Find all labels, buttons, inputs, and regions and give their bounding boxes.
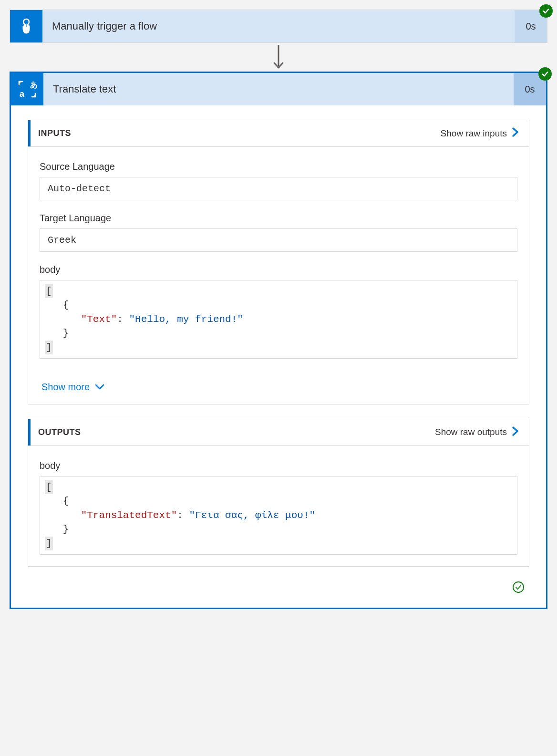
manual-trigger-icon: [10, 10, 42, 42]
translate-card[interactable]: あ a Translate text 0s INPUTS Show raw in…: [10, 72, 547, 609]
success-badge: [538, 67, 552, 81]
show-raw-inputs-label: Show raw inputs: [441, 128, 507, 139]
trigger-card[interactable]: Manually trigger a flow 0s: [10, 10, 547, 43]
input-body-label: body: [40, 264, 517, 275]
output-body-code[interactable]: [ { "TranslatedText": "Γεια σας, φίλε μο…: [40, 476, 517, 555]
input-body-code[interactable]: [ { "Text": "Hello, my friend!" } ]: [40, 280, 517, 359]
source-language-value[interactable]: Auto-detect: [40, 177, 517, 200]
chevron-right-icon: [512, 127, 519, 140]
translate-body: INPUTS Show raw inputs Source Language A…: [11, 105, 546, 608]
source-language-label: Source Language: [40, 161, 517, 172]
json-value: "Γεια σας, φίλε μου!": [189, 510, 315, 521]
json-value: "Hello, my friend!": [129, 314, 243, 325]
input-body-field: body [ { "Text": "Hello, my friend!" } ]: [40, 264, 517, 359]
translate-header[interactable]: あ a Translate text 0s: [11, 73, 546, 105]
source-language-field: Source Language Auto-detect: [40, 161, 517, 200]
success-badge: [539, 4, 553, 18]
chevron-down-icon: [94, 382, 105, 393]
footer-status: [28, 581, 529, 598]
arrow-down-icon: [272, 44, 285, 71]
inputs-header: INPUTS Show raw inputs: [28, 120, 529, 146]
json-key: "Text": [81, 314, 117, 325]
outputs-section: OUTPUTS Show raw outputs body [ { "Trans…: [28, 419, 529, 567]
trigger-header[interactable]: Manually trigger a flow 0s: [10, 10, 547, 42]
show-raw-outputs-label: Show raw outputs: [435, 427, 507, 437]
trigger-title: Manually trigger a flow: [42, 20, 515, 32]
outputs-title: OUTPUTS: [31, 427, 81, 437]
arrow-connector: [272, 43, 285, 72]
show-raw-outputs-button[interactable]: Show raw outputs: [435, 426, 519, 439]
output-body-field: body [ { "TranslatedText": "Γεια σας, φί…: [40, 460, 517, 555]
json-key: "TranslatedText": [81, 510, 177, 521]
target-language-value[interactable]: Greek: [40, 228, 517, 252]
svg-text:あ: あ: [30, 81, 38, 89]
svg-point-5: [513, 582, 524, 592]
target-language-label: Target Language: [40, 213, 517, 224]
output-body-label: body: [40, 460, 517, 471]
translate-icon: あ a: [11, 73, 43, 105]
success-outline-icon: [512, 581, 525, 593]
target-language-field: Target Language Greek: [40, 213, 517, 252]
chevron-right-icon: [512, 426, 519, 439]
checkmark-icon: [541, 70, 549, 78]
show-more-button[interactable]: Show more: [40, 382, 105, 393]
inputs-title: INPUTS: [31, 128, 71, 138]
show-raw-inputs-button[interactable]: Show raw inputs: [441, 127, 519, 140]
show-more-label: Show more: [41, 382, 90, 393]
translate-title: Translate text: [43, 83, 514, 95]
outputs-content: body [ { "TranslatedText": "Γεια σας, φί…: [28, 445, 529, 566]
inputs-section: INPUTS Show raw inputs Source Language A…: [28, 120, 529, 404]
flow-container: Manually trigger a flow 0s あ a: [10, 10, 547, 609]
svg-text:a: a: [20, 89, 25, 99]
inputs-content: Source Language Auto-detect Target Langu…: [28, 146, 529, 404]
outputs-header: OUTPUTS Show raw outputs: [28, 419, 529, 445]
checkmark-icon: [542, 7, 550, 15]
